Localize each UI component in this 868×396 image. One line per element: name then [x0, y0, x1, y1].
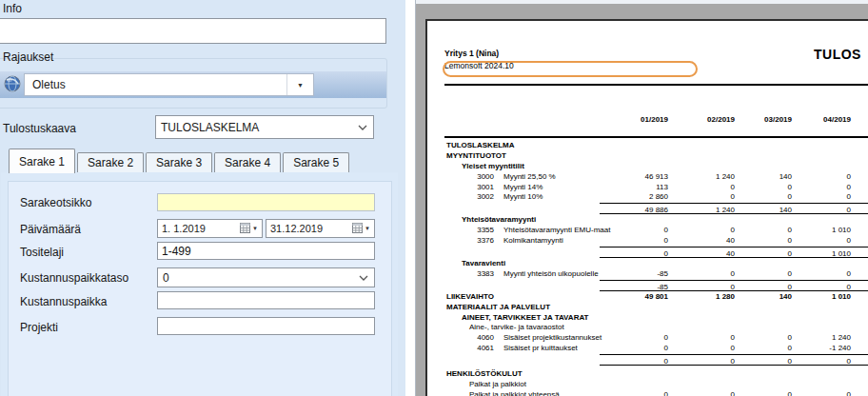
value-cell: 0 — [735, 333, 792, 344]
panel-splitter[interactable] — [405, 0, 416, 396]
paivamaara-label: Päivämäärä — [20, 223, 81, 236]
tulostuskaava-value: TULOSLASKELMA — [156, 121, 352, 134]
dropdown-arrow-icon: ▼ — [365, 226, 370, 231]
tab-sarake-5[interactable]: Sarake 5 — [283, 152, 349, 173]
value-cell: 140 — [735, 172, 792, 183]
report-row: 3001Myynti 14%113000 — [427, 183, 868, 193]
column-header: 01/2019 — [611, 115, 668, 124]
value-cell: 0 — [678, 226, 735, 236]
report-row: Tavaravienti — [427, 259, 868, 269]
value-cell: 0 — [678, 344, 735, 354]
calendar-icon — [352, 223, 363, 235]
row-label: Tavaravienti — [462, 259, 505, 269]
dropdown-arrow-icon[interactable]: ▼ — [286, 74, 313, 95]
value-cell: 0 — [735, 236, 792, 247]
column-header: 02/2019 — [678, 115, 735, 124]
value-cell: 2 860 — [611, 192, 668, 203]
tositelaji-input[interactable] — [157, 242, 375, 260]
info-input[interactable] — [0, 18, 386, 44]
kustannuspaikkataso-combo[interactable]: 0 — [157, 267, 375, 287]
value-cell: 0 — [611, 390, 668, 396]
row-label: AINEET, TARVIKKEET JA TAVARAT — [462, 313, 589, 324]
row-label: Yhteisötavaramyynti — [462, 215, 536, 226]
report-row: 3376Kolmikantamyynti04000 — [427, 236, 868, 247]
value-cell: 0 — [794, 172, 851, 183]
row-label: MATERIAALIT JA PALVELUT — [446, 303, 550, 313]
tab-sarake-1[interactable]: Sarake 1 — [9, 148, 75, 173]
value-cell: 0 — [611, 226, 668, 236]
row-label: Aine-, tarvike- ja tavaraostot — [469, 323, 564, 333]
account-number: 3000 — [446, 172, 494, 183]
value-cell: 1 010 — [794, 292, 851, 303]
report-row: AINEET, TARVIKKEET JA TAVARAT — [427, 313, 868, 324]
tositelaji-label: Tositelaji — [20, 246, 64, 259]
report-settings-window: Info Rajaukset Oletus ▼ Tulostuskaava TU… — [0, 0, 868, 396]
value-cell: -85 — [611, 269, 668, 280]
value-cell: 0 — [794, 236, 851, 247]
sarakeotsikko-input[interactable] — [157, 193, 375, 211]
row-label: Myynti yhteisön ulkopuolelle — [503, 269, 599, 280]
row-label: TULOSLASKELMA — [446, 141, 515, 151]
row-label: Yhteisötavaramyynti EMU-maat — [503, 226, 610, 236]
report-row: 49 8861 2401400 — [427, 203, 868, 215]
date-to-picker[interactable]: 31.12.2019 ▼ — [266, 219, 375, 238]
header-rule — [444, 84, 868, 86]
report-row: Yleiset myyntitilit — [427, 162, 868, 172]
row-label: Palkat ja palkkiot — [469, 380, 526, 390]
tab-sarake-3[interactable]: Sarake 3 — [146, 152, 212, 173]
account-number: 3001 — [446, 183, 494, 193]
kustannuspaikkataso-label: Kustannuspaikkataso — [20, 271, 128, 285]
report-row: 04001 010 — [427, 247, 868, 259]
account-number: 3355 — [446, 226, 494, 236]
projekti-input[interactable] — [157, 317, 375, 335]
report-row: 3355Yhteisötavaramyynti EMU-maat0001 010 — [427, 226, 868, 236]
column-header: 04/2019 — [794, 115, 851, 124]
value-cell: 0 — [735, 390, 792, 396]
kustannuspaikka-input[interactable] — [157, 291, 375, 309]
tab-sarake-2[interactable]: Sarake 2 — [77, 152, 144, 173]
info-label: Info — [3, 2, 22, 15]
value-cell: 1 240 — [678, 172, 735, 183]
tab-sarake-4[interactable]: Sarake 4 — [214, 152, 281, 173]
report-row: MATERIAALIT JA PALVELUT — [427, 303, 868, 313]
report-row: TULOSLASKELMA — [427, 141, 868, 151]
report-row: Palkat ja palkkiot — [427, 380, 868, 390]
report-row: 4060Sisäiset projektikustannukset0001 24… — [427, 333, 868, 344]
report-row: HENKILÖSTÖKULUT — [427, 369, 868, 380]
sarake1-tab-panel: Sarakeotsikko Päivämäärä 1. 1.2019 ▼ 31.… — [1, 172, 398, 396]
kustannuspaikka-label: Kustannuspaikka — [20, 295, 107, 308]
report-row: 4061Sisäiset pr kuittaukset000-1 240 — [427, 344, 868, 354]
kustannuspaikkataso-value: 0 — [158, 271, 353, 285]
calendar-icon — [240, 223, 250, 235]
date-from-picker[interactable]: 1. 1.2019 ▼ — [157, 219, 263, 238]
account-number: 4060 — [446, 333, 494, 344]
print-preview-area: Yritys 1 (Nina) Lemonsoft 2024.10 TULOS … — [416, 0, 868, 396]
account-number: 3376 — [446, 236, 494, 247]
chevron-down-icon — [352, 125, 373, 130]
report-row: 3002Myynti 10%2 860000 — [427, 192, 868, 203]
value-cell: 0 — [611, 344, 668, 354]
preview-top-strip — [416, 0, 868, 4]
tulostuskaava-label: Tulostuskaava — [3, 122, 76, 135]
value-cell: 0 — [678, 390, 735, 396]
value-cell: 0 — [678, 269, 735, 280]
account-number: 3383 — [446, 269, 494, 280]
tulostuskaava-combo[interactable]: TULOSLASKELMA — [155, 115, 374, 139]
value-cell: 1 240 — [794, 333, 851, 344]
value-cell: 0 — [678, 333, 735, 344]
row-label: Yleiset myyntitilit — [462, 162, 524, 172]
row-label: LIIKEVAIHTO — [446, 292, 494, 303]
row-label: Myynti 25,50 % — [503, 172, 556, 183]
value-cell: 0 — [735, 226, 792, 236]
report-row: 3000Myynti 25,50 %46 9131 2401400 — [427, 172, 868, 183]
projekti-label: Projekti — [20, 321, 58, 334]
report-row: Aine-, tarvike- ja tavaraostot — [427, 323, 868, 333]
profile-combo[interactable]: Oletus ▼ — [24, 73, 314, 96]
report-row: Palkat ja palkkiot yhteensä0000 — [427, 390, 868, 396]
globe-icon — [4, 75, 21, 92]
value-cell: 0 — [735, 344, 792, 354]
sarake-tabs: Sarake 1Sarake 2Sarake 3Sarake 4Sarake 5 — [9, 148, 351, 173]
value-cell: 0 — [735, 192, 792, 203]
report-company: Yritys 1 (Nina) — [444, 49, 499, 58]
report-row: 0000 — [427, 354, 868, 366]
